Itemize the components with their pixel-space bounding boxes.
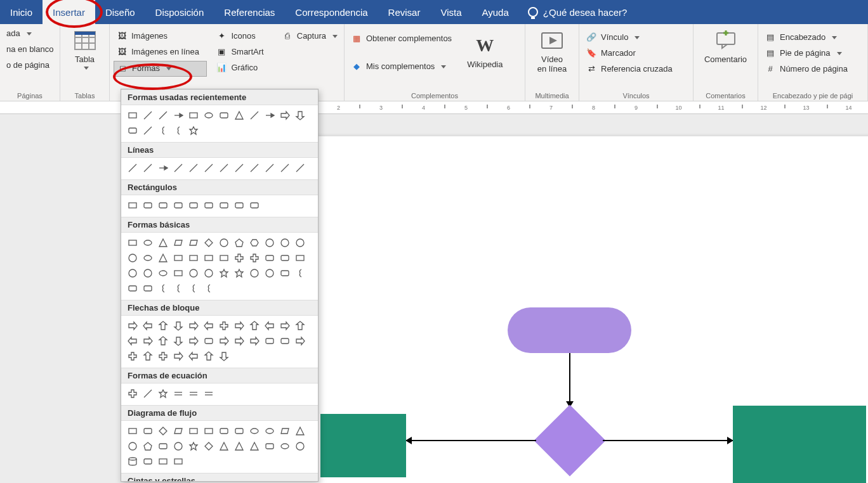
gallery-shape[interactable] <box>186 235 201 250</box>
gallery-shape[interactable] <box>155 281 171 296</box>
gallery-shape[interactable] <box>293 250 308 266</box>
gallery-shape[interactable] <box>232 333 247 349</box>
gallery-shape[interactable] <box>186 123 201 138</box>
btn-mis-complementos[interactable]: ◆Mis complementos <box>348 60 454 74</box>
gallery-shape[interactable] <box>171 318 186 333</box>
gallery-shape[interactable] <box>201 160 216 176</box>
gallery-shape[interactable] <box>277 235 293 250</box>
gallery-shape[interactable] <box>262 250 277 266</box>
gallery-shape[interactable] <box>216 160 232 176</box>
gallery-shape[interactable] <box>293 333 308 349</box>
gallery-shape[interactable] <box>186 266 201 281</box>
gallery-shape[interactable] <box>216 423 232 439</box>
gallery-shape[interactable] <box>232 439 247 454</box>
gallery-shape[interactable] <box>186 250 201 266</box>
gallery-shape[interactable] <box>216 333 232 349</box>
gallery-shape[interactable] <box>201 349 216 364</box>
gallery-shape[interactable] <box>201 198 216 213</box>
gallery-shape[interactable] <box>216 250 232 266</box>
gallery-shape[interactable] <box>155 123 171 138</box>
gallery-shape[interactable] <box>125 386 140 401</box>
btn-grafico[interactable]: 📊Gráfico <box>213 61 272 75</box>
gallery-shape[interactable] <box>125 454 140 469</box>
gallery-shape[interactable] <box>155 333 171 349</box>
gallery-shape[interactable] <box>140 108 155 123</box>
gallery-shape[interactable] <box>232 160 247 176</box>
gallery-shape[interactable] <box>262 108 277 123</box>
gallery-shape[interactable] <box>140 198 155 213</box>
btn-tabla[interactable]: Tabla <box>64 27 105 72</box>
btn-imagenes-linea[interactable]: 🖼Imágenes en línea <box>114 45 207 59</box>
gallery-shape[interactable] <box>125 160 140 176</box>
tab-inicio[interactable]: Inicio <box>0 0 43 24</box>
gallery-shape[interactable] <box>140 349 155 364</box>
gallery-shape[interactable] <box>262 266 277 281</box>
gallery-shape[interactable] <box>216 108 232 123</box>
gallery-shape[interactable] <box>201 439 216 454</box>
gallery-shape[interactable] <box>171 250 186 266</box>
gallery-shape[interactable] <box>125 198 140 213</box>
btn-imagenes[interactable]: 🖼Imágenes <box>114 29 207 43</box>
gallery-shape[interactable] <box>277 160 293 176</box>
gallery-shape[interactable] <box>140 160 155 176</box>
gallery-shape[interactable] <box>186 386 201 401</box>
gallery-shape[interactable] <box>171 386 186 401</box>
gallery-shape[interactable] <box>277 266 293 281</box>
gallery-shape[interactable] <box>262 160 277 176</box>
gallery-shape[interactable] <box>186 333 201 349</box>
gallery-shape[interactable] <box>125 318 140 333</box>
tell-me-search[interactable]: ¿Qué desea hacer? <box>519 0 636 24</box>
btn-iconos[interactable]: ✦Iconos <box>213 29 272 43</box>
gallery-shape[interactable] <box>216 439 232 454</box>
gallery-shape[interactable] <box>262 235 277 250</box>
gallery-shape[interactable] <box>247 160 262 176</box>
gallery-shape[interactable] <box>262 333 277 349</box>
gallery-shape[interactable] <box>155 423 171 439</box>
gallery-shape[interactable] <box>247 423 262 439</box>
gallery-shape[interactable] <box>232 250 247 266</box>
gallery-shape[interactable] <box>125 281 140 296</box>
gallery-shape[interactable] <box>277 423 293 439</box>
gallery-shape[interactable] <box>201 235 216 250</box>
gallery-shape[interactable] <box>293 160 308 176</box>
gallery-shape[interactable] <box>216 266 232 281</box>
gallery-shape[interactable] <box>293 266 308 281</box>
gallery-shape[interactable] <box>155 439 171 454</box>
gallery-shape[interactable] <box>140 423 155 439</box>
tab-disposicion[interactable]: Disposición <box>145 0 214 24</box>
gallery-shape[interactable] <box>232 318 247 333</box>
gallery-shape[interactable] <box>201 423 216 439</box>
gallery-shape[interactable] <box>155 266 171 281</box>
gallery-shape[interactable] <box>155 386 171 401</box>
gallery-shape[interactable] <box>277 333 293 349</box>
gallery-shape[interactable] <box>216 318 232 333</box>
gallery-shape[interactable] <box>186 281 201 296</box>
tab-revisar[interactable]: Revisar <box>378 0 431 24</box>
gallery-shape[interactable] <box>155 198 171 213</box>
gallery-shape[interactable] <box>155 349 171 364</box>
gallery-shape[interactable] <box>155 235 171 250</box>
gallery-shape[interactable] <box>201 318 216 333</box>
gallery-shape[interactable] <box>247 333 262 349</box>
gallery-shape[interactable] <box>125 250 140 266</box>
gallery-shape[interactable] <box>216 235 232 250</box>
btn-vinculo[interactable]: 🔗Vínculo <box>583 30 689 44</box>
gallery-shape[interactable] <box>171 266 186 281</box>
gallery-shape[interactable] <box>171 108 186 123</box>
gallery-shape[interactable] <box>171 333 186 349</box>
tab-correspondencia[interactable]: Correspondencia <box>285 0 378 24</box>
tab-diseno[interactable]: Diseño <box>95 0 145 24</box>
btn-obtener-complementos[interactable]: ▦Obtener complementos <box>348 32 454 46</box>
gallery-shape[interactable] <box>125 235 140 250</box>
gallery-shape[interactable] <box>247 235 262 250</box>
gallery-shape[interactable] <box>125 423 140 439</box>
gallery-shape[interactable] <box>125 439 140 454</box>
gallery-shape[interactable] <box>293 439 308 454</box>
gallery-shape[interactable] <box>125 333 140 349</box>
gallery-shape[interactable] <box>277 318 293 333</box>
flowchart-process-left[interactable] <box>320 414 406 477</box>
gallery-shape[interactable] <box>125 349 140 364</box>
gallery-shape[interactable] <box>293 423 308 439</box>
gallery-shape[interactable] <box>140 439 155 454</box>
gallery-shape[interactable] <box>277 250 293 266</box>
